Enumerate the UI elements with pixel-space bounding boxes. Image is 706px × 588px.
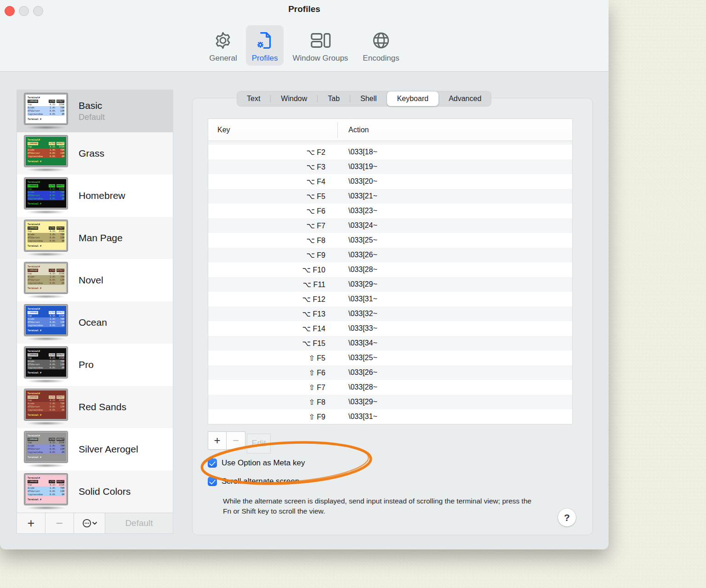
table-row[interactable]: ⇧ F6 \033[26~ xyxy=(208,365,572,380)
table-row[interactable]: ⇧ F9 \033[31~ xyxy=(208,409,572,424)
profile-row[interactable]: Terminal# COMMAND %CPU RPRVT top4.1%231K… xyxy=(17,428,173,470)
table-row[interactable]: ⌥ F5 \033[21~ xyxy=(208,189,572,204)
ellipsis-circle-chevron-icon xyxy=(82,518,97,528)
table-row[interactable]: ⌥ F15 \033[34~ xyxy=(208,336,572,351)
key-cell: ⌥ F14 xyxy=(208,324,337,333)
profile-name: Solid Colors xyxy=(79,486,131,497)
profile-thumbnail: Terminal# COMMAND %CPU RPRVT top4.1%231K… xyxy=(24,389,68,420)
profile-thumbnail: Terminal# COMMAND %CPU RPRVT top4.1%231K… xyxy=(24,136,68,167)
action-cell: \033[34~ xyxy=(337,339,377,347)
action-cell: \033[24~ xyxy=(337,221,377,230)
tab-keyboard[interactable]: Keyboard xyxy=(387,91,439,106)
profile-row[interactable]: Terminal# COMMAND %CPU RPRVT top4.1%231K… xyxy=(17,132,173,175)
key-cell: ⌥ F8 xyxy=(208,236,337,245)
profile-row[interactable]: Terminal# COMMAND %CPU RPRVT top4.1%231K… xyxy=(17,470,173,513)
table-row[interactable]: ⇧ F5 \033[25~ xyxy=(208,351,572,365)
profile-name: Ocean xyxy=(79,317,107,328)
toolbar-label-window-groups: Window Groups xyxy=(292,54,348,63)
use-option-as-meta-checkbox[interactable] xyxy=(208,458,217,468)
edit-key-button[interactable]: Edit xyxy=(247,434,271,453)
table-row[interactable]: ⇧ F8 \033[29~ xyxy=(208,395,572,409)
profile-thumbnail: Terminal# COMMAND %CPU RPRVT top4.1%231K… xyxy=(24,347,68,378)
key-cell: ⌥ F13 xyxy=(208,310,337,318)
action-cell: \033[26~ xyxy=(337,368,377,377)
toolbar-item-general[interactable]: General xyxy=(203,25,243,66)
action-cell: \033[29~ xyxy=(337,398,377,406)
use-option-as-meta-row: Use Option as Meta key xyxy=(208,458,305,468)
table-row[interactable]: ⇧ F7 \033[28~ xyxy=(208,380,572,395)
action-cell: \033[28~ xyxy=(337,383,377,391)
remove-profile-button[interactable]: − xyxy=(46,513,74,533)
globe-icon xyxy=(370,28,392,52)
profile-thumbnail: Terminal# COMMAND %CPU RPRVT top4.1%231K… xyxy=(24,431,68,463)
toolbar-label-profiles: Profiles xyxy=(252,54,278,63)
default-button[interactable]: Default xyxy=(105,513,173,533)
table-row[interactable]: ⌥ F14 \033[33~ xyxy=(208,321,572,336)
tab-text[interactable]: Text xyxy=(237,91,270,107)
partially-scrolled-row xyxy=(208,141,572,145)
thumbnail-reflection xyxy=(26,210,66,214)
tab-shell[interactable]: Shell xyxy=(350,91,387,107)
table-row[interactable]: ⌥ F4 \033[20~ xyxy=(208,174,572,189)
toolbar-item-profiles[interactable]: Profiles xyxy=(246,25,284,66)
table-row[interactable]: ⌥ F2 \033[18~ xyxy=(208,145,572,159)
action-cell: \033[25~ xyxy=(337,354,377,362)
toolbar-label-general: General xyxy=(209,54,237,63)
profile-row[interactable]: Terminal# COMMAND %CPU RPRVT top4.1%231K… xyxy=(17,90,173,132)
table-row[interactable]: ⌥ F8 \033[25~ xyxy=(208,233,572,248)
key-cell: ⌥ F2 xyxy=(208,148,337,157)
table-row[interactable]: ⌥ F13 \033[32~ xyxy=(208,306,572,321)
profile-row[interactable]: Terminal# COMMAND %CPU RPRVT top4.1%231K… xyxy=(17,217,173,259)
toolbar-item-window-groups[interactable]: Window Groups xyxy=(286,25,354,66)
key-cell: ⌥ F4 xyxy=(208,177,337,186)
action-cell: \033[20~ xyxy=(337,177,377,186)
use-option-as-meta-label: Use Option as Meta key xyxy=(222,458,305,468)
key-cell: ⌥ F11 xyxy=(208,280,337,289)
titlebar: Profiles General xyxy=(0,0,609,72)
action-cell: \033[21~ xyxy=(337,192,377,200)
profile-name: Novel xyxy=(79,275,103,286)
tab-tab[interactable]: Tab xyxy=(318,91,350,107)
table-body: ⌥ F2 \033[18~ ⌥ F3 \033[19~ ⌥ F4 \033[20… xyxy=(208,145,572,424)
table-row[interactable]: ⌥ F3 \033[19~ xyxy=(208,159,572,174)
tab-window[interactable]: Window xyxy=(271,91,317,107)
key-cell: ⌥ F10 xyxy=(208,266,337,274)
window-groups-icon xyxy=(309,28,332,52)
table-row[interactable]: ⌥ F7 \033[24~ xyxy=(208,218,572,233)
profile-row[interactable]: Terminal# COMMAND %CPU RPRVT top4.1%231K… xyxy=(17,344,173,386)
key-cell: ⌥ F12 xyxy=(208,295,337,304)
thumbnail-reflection xyxy=(26,253,66,256)
profile-row[interactable]: Terminal# COMMAND %CPU RPRVT top4.1%231K… xyxy=(17,386,173,428)
table-row[interactable]: ⌥ F9 \033[26~ xyxy=(208,248,572,262)
column-header-key[interactable]: Key xyxy=(208,126,337,134)
table-row[interactable]: ⌥ F10 \033[28~ xyxy=(208,262,572,277)
more-options-button[interactable] xyxy=(74,513,105,533)
action-cell: \033[18~ xyxy=(337,148,377,156)
key-cell: ⇧ F8 xyxy=(208,398,337,407)
tab-advanced[interactable]: Advanced xyxy=(438,91,491,107)
key-cell: ⌥ F15 xyxy=(208,339,337,348)
window-title: Profiles xyxy=(0,4,609,14)
profile-row[interactable]: Terminal# COMMAND %CPU RPRVT top4.1%231K… xyxy=(17,259,173,301)
table-row[interactable]: ⌥ F11 \033[29~ xyxy=(208,277,572,292)
table-row[interactable]: ⌥ F6 \033[23~ xyxy=(208,204,572,218)
add-profile-button[interactable]: + xyxy=(17,513,46,533)
thumbnail-reflection xyxy=(26,464,66,467)
remove-key-button[interactable]: − xyxy=(227,431,245,450)
profile-row[interactable]: Terminal# COMMAND %CPU RPRVT top4.1%231K… xyxy=(17,175,173,217)
add-key-button[interactable]: + xyxy=(208,431,227,450)
preferences-window: Profiles General xyxy=(0,0,609,549)
profile-name: Silver Aerogel xyxy=(79,444,138,455)
table-row[interactable]: ⌥ F12 \033[31~ xyxy=(208,292,572,306)
column-header-action[interactable]: Action xyxy=(338,126,369,134)
thumbnail-reflection xyxy=(26,295,66,298)
action-cell: \033[25~ xyxy=(337,236,377,244)
profile-row[interactable]: Terminal# COMMAND %CPU RPRVT top4.1%231K… xyxy=(17,301,173,344)
scroll-alternate-screen-checkbox[interactable] xyxy=(208,477,217,486)
row-edit-controls: + − xyxy=(208,431,245,450)
toolbar-item-encodings[interactable]: Encodings xyxy=(357,25,405,66)
key-cell: ⇧ F6 xyxy=(208,368,337,377)
action-cell: \033[29~ xyxy=(337,280,377,288)
help-button[interactable]: ? xyxy=(558,509,576,526)
profile-thumbnail: Terminal# COMMAND %CPU RPRVT top4.1%231K… xyxy=(24,262,68,294)
